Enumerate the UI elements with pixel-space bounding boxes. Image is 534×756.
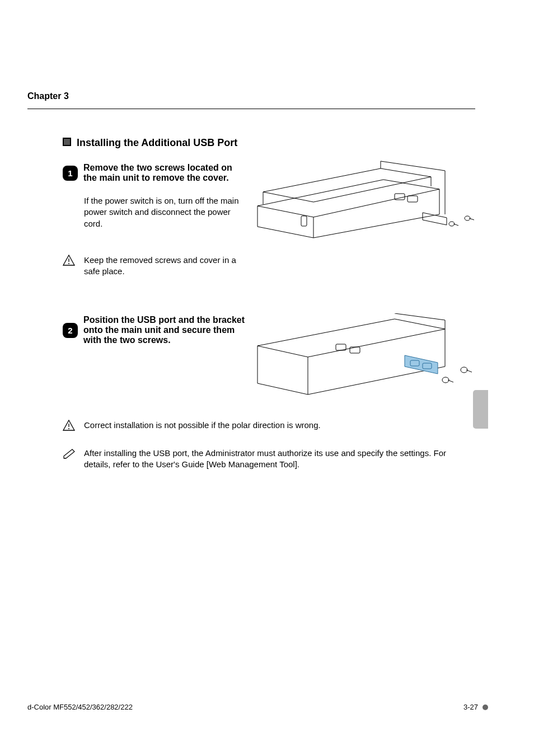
step1-body: If the power switch is on, turn off the … [84, 195, 241, 229]
step-number-1: 1 [63, 166, 78, 181]
figure-remove-cover [255, 158, 479, 248]
header-rule [27, 109, 475, 109]
step-number-2: 2 [63, 323, 78, 338]
step1-warning: Keep the removed screws and cover in a s… [84, 255, 242, 278]
figure-install-usb [255, 313, 479, 403]
step2-title: Position the USB port and the bracket on… [83, 315, 246, 345]
footer-product: d-Color MF552/452/362/282/222 [27, 703, 133, 711]
side-tab [473, 390, 488, 429]
chapter-label: Chapter 3 [27, 91, 69, 101]
square-bullet-icon [63, 138, 71, 146]
footer-page: 3-27 [463, 703, 478, 711]
footer-page-wrap: 3-27 [463, 703, 488, 711]
step1-title: Remove the two screws located on the mai… [83, 163, 246, 183]
page-dot-icon [483, 705, 488, 710]
svg-rect-4 [301, 216, 307, 226]
section-title: Installing the Additional USB Port [77, 137, 237, 149]
svg-rect-3 [407, 196, 418, 202]
step2-note: After installing the USB port, the Admin… [84, 448, 460, 471]
step2-warning: Correct installation is not possible if … [84, 420, 455, 431]
